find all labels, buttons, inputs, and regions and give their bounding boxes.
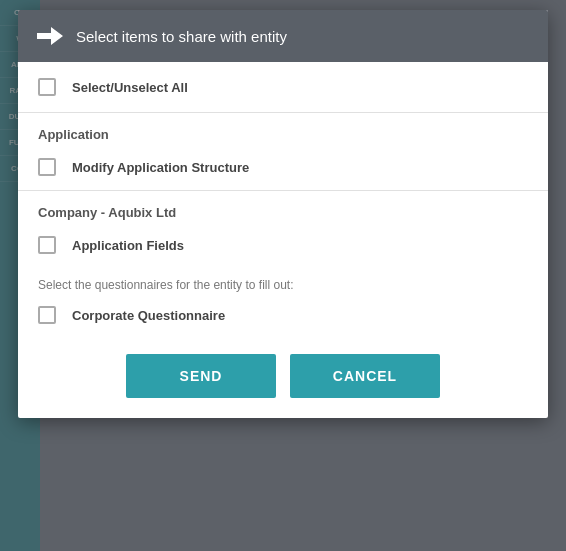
application-section-title: Application: [38, 127, 528, 142]
share-modal: Select items to share with entity Select…: [18, 10, 548, 418]
questionnaire-section: Corporate Questionnaire: [18, 300, 548, 338]
application-fields-item: Application Fields: [38, 230, 528, 268]
modal-title: Select items to share with entity: [76, 28, 287, 45]
modify-app-structure-item: Modify Application Structure: [38, 152, 528, 190]
application-fields-label: Application Fields: [72, 238, 184, 253]
modal-body: Select/Unselect All Application Modify A…: [18, 62, 548, 338]
modal-header: Select items to share with entity: [18, 10, 548, 62]
corporate-questionnaire-label: Corporate Questionnaire: [72, 308, 225, 323]
corporate-questionnaire-checkbox[interactable]: [38, 306, 56, 324]
share-arrow-icon: [36, 22, 64, 50]
modify-app-structure-label: Modify Application Structure: [72, 160, 249, 175]
company-section: Company - Aqubix Ltd Application Fields: [18, 191, 548, 268]
corporate-questionnaire-item: Corporate Questionnaire: [38, 300, 528, 338]
svg-marker-0: [37, 27, 63, 45]
select-all-label: Select/Unselect All: [72, 80, 188, 95]
application-fields-checkbox[interactable]: [38, 236, 56, 254]
questionnaire-hint: Select the questionnaires for the entity…: [18, 268, 548, 300]
company-section-title: Company - Aqubix Ltd: [38, 205, 528, 220]
select-all-checkbox[interactable]: [38, 78, 56, 96]
application-section: Application Modify Application Structure: [18, 113, 548, 190]
select-all-row: Select/Unselect All: [18, 62, 548, 113]
modal-overlay: Select items to share with entity Select…: [0, 0, 566, 551]
modal-footer: SEND CANCEL: [18, 338, 548, 418]
cancel-button[interactable]: CANCEL: [290, 354, 440, 398]
send-button[interactable]: SEND: [126, 354, 276, 398]
modify-app-structure-checkbox[interactable]: [38, 158, 56, 176]
